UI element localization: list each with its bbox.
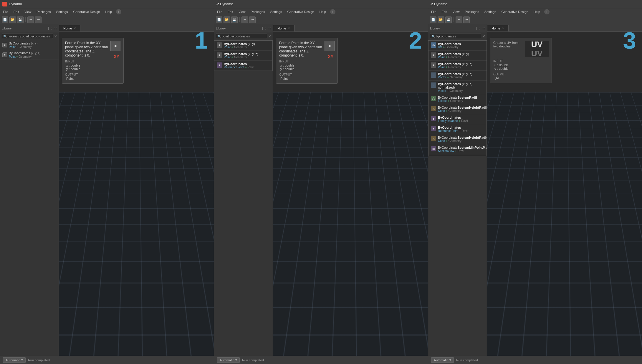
result-name-3-7: ByCoordinates — [438, 116, 484, 119]
result-item-2-0[interactable]: ■ ByCoordinates (x, y) Point + Geometry — [214, 41, 272, 51]
tb-save-3[interactable]: 💾 — [445, 16, 452, 23]
tb-open-2[interactable]: 📂 — [224, 16, 230, 23]
result-item-3-2[interactable]: ■ ByCoordinates (x, y, z) Point + Geomet… — [428, 61, 487, 71]
rm-revit-3-7: Revit — [461, 119, 468, 123]
menu-packages-3[interactable]: Packages — [464, 9, 480, 14]
info-card-1: ■ Form a Point in the XY plane given two… — [62, 38, 124, 84]
lib-view-icon-3[interactable]: ☷ — [482, 27, 485, 30]
search-input-2[interactable] — [222, 34, 266, 38]
ws-tab-home-2[interactable]: Home ✕ — [273, 25, 294, 32]
tb-new-3[interactable]: 📄 — [430, 16, 436, 23]
search-input-3[interactable] — [436, 34, 480, 38]
title-text-2: Dynamo — [220, 2, 233, 6]
ws-tab-home-1[interactable]: Home ✕ — [59, 25, 80, 32]
workspace-content-1: 1 ■ Form a Point in the XY plane given t… — [59, 32, 214, 356]
result-item-2-2[interactable]: ■ ByCoordinates ReferencePoint + Revit — [214, 61, 272, 71]
result-item-3-1[interactable]: ■ ByCoordinates (x, y) Point + Geometry — [428, 51, 487, 61]
search-clear-3[interactable]: ✕ — [482, 34, 485, 38]
ws-tab-close-2[interactable]: ✕ — [288, 27, 290, 30]
result-item-2-1[interactable]: ■ ByCoordinates (x, y, z) Point + Geomet… — [214, 51, 272, 61]
menu-edit-1[interactable]: Edit — [12, 9, 20, 14]
xy-label-2: XY — [328, 54, 333, 59]
search-clear-1[interactable]: ✕ — [54, 34, 57, 38]
status-auto-2[interactable]: Automatic ▾ — [217, 357, 240, 363]
menu-gd-3[interactable]: Generative Design — [500, 9, 529, 14]
menu-view-2[interactable]: View — [237, 9, 247, 14]
menu-help-1[interactable]: Help — [104, 9, 113, 14]
status-auto-3[interactable]: Automatic ▾ — [431, 357, 454, 363]
ws-tab-close-3[interactable]: ✕ — [502, 27, 504, 30]
menu-file-2[interactable]: File — [216, 9, 224, 14]
menu-help-3[interactable]: Help — [532, 9, 542, 14]
menu-info-1[interactable]: i — [116, 9, 121, 14]
lib-item-0-0[interactable]: ■ ByCoordinates (x, y) Point + Geometry — [0, 40, 59, 50]
result-meta-3-0: UV + Geometry — [438, 46, 484, 49]
menu-settings-2[interactable]: Settings — [269, 9, 283, 14]
xy-label-1: XY — [114, 54, 119, 59]
tb-undo-2[interactable]: ↩ — [241, 16, 248, 23]
search-clear-2[interactable]: ✕ — [268, 34, 271, 38]
result-item-3-8[interactable]: ■ ByCoordinates ReferencePoint + Revit — [428, 124, 487, 134]
tb-redo-1[interactable]: ↪ — [35, 16, 42, 23]
search-wrap-2: 🔍 — [216, 34, 267, 39]
menu-packages-2[interactable]: Packages — [249, 9, 266, 14]
tb-new-2[interactable]: 📄 — [216, 16, 222, 23]
uv-card-top-3: Create a UV from two doubles. UVUV — [493, 41, 549, 57]
menu-info-2[interactable]: i — [330, 9, 335, 14]
uv-input-u-3: u : double — [494, 63, 549, 67]
tb-undo-3[interactable]: ↩ — [456, 16, 462, 23]
ws-tab-close-1[interactable]: ✕ — [74, 27, 76, 30]
result-item-3-9[interactable]: △ ByCoordinateSystemHeightRadius Cone + … — [428, 134, 487, 144]
status-auto-1[interactable]: Automatic ▾ — [3, 357, 26, 363]
menu-edit-3[interactable]: Edit — [441, 9, 449, 14]
tb-redo-2[interactable]: ↪ — [249, 16, 256, 23]
tb-undo-1[interactable]: ↩ — [27, 16, 34, 23]
workspace-content-2: 2 ■ Form a Point in the XY plane given t… — [273, 32, 428, 356]
tb-open-3[interactable]: 📂 — [438, 16, 444, 23]
tb-new-1[interactable]: 📄 — [2, 16, 8, 23]
result-item-3-7[interactable]: ◆ ByCoordinates FamilyInstance + Revit — [428, 114, 487, 124]
menu-help-2[interactable]: Help — [318, 9, 327, 14]
lib-grid-icon-2[interactable]: ⋮ — [264, 27, 267, 30]
menu-file-1[interactable]: File — [2, 9, 9, 14]
lib-filter-icon-3[interactable]: | — [476, 27, 477, 30]
menu-view-3[interactable]: View — [451, 9, 461, 14]
menu-gd-1[interactable]: Generative Design — [72, 9, 101, 14]
result-info-3-10: ByCoordinateSystemMinPointMaxPoi... Sect… — [438, 146, 487, 153]
tb-save-2[interactable]: 💾 — [231, 16, 238, 23]
menu-view-1[interactable]: View — [23, 9, 33, 14]
search-input-1[interactable] — [8, 34, 52, 38]
lib-grid-icon-3[interactable]: ⋮ — [478, 27, 481, 30]
library-panel-1: Library | ⋮ ☷ 🔍 ✕ ■ — [0, 24, 59, 356]
result-item-3-6[interactable]: △ ByCoordinateSystemHeightRadii Cone + G… — [428, 104, 487, 114]
lib-grid-icon-1[interactable]: ⋮ — [50, 27, 53, 30]
lib-item-0-1[interactable]: ■ ByCoordinates (x, y, z) Point + Geomet… — [0, 50, 59, 60]
menu-settings-3[interactable]: Settings — [483, 9, 497, 14]
lib-item-sub-0-0: Point + Geometry — [9, 45, 37, 49]
lib-item-name-0-1: ByCoordinates (x, y, z) — [9, 51, 40, 55]
tb-redo-3[interactable]: ↪ — [463, 16, 470, 23]
result-item-3-4[interactable]: → ByCoordinates (x, y, z, normalized) Ve… — [428, 81, 487, 94]
result-item-3-3[interactable]: → ByCoordinates (x, y, z) Vector + Geome… — [428, 71, 487, 81]
menu-info-3[interactable]: i — [544, 9, 550, 14]
lib-view-icon-2[interactable]: ☷ — [268, 27, 271, 30]
result-icon-2-1: ■ — [217, 52, 222, 58]
menu-file-3[interactable]: File — [430, 9, 438, 14]
lib-item-name-0-0: ByCoordinates (x, y) — [9, 42, 37, 45]
tb-save-1[interactable]: 💾 — [17, 16, 24, 23]
ws-tab-home-3[interactable]: Home ✕ — [487, 25, 509, 32]
tb-open-1[interactable]: 📂 — [9, 16, 16, 23]
input-section-2: INPUT — [279, 60, 335, 63]
lib-filter-icon-1[interactable]: | — [48, 27, 49, 30]
lib-filter-icon-2[interactable]: | — [262, 27, 263, 30]
menu-settings-1[interactable]: Settings — [55, 9, 69, 14]
menu-edit-2[interactable]: Edit — [226, 9, 234, 14]
result-icon-3-2: ■ — [431, 62, 436, 68]
result-item-3-5[interactable]: ◯ ByCoordinateSystemRadii Ellipse + Geom… — [428, 94, 487, 104]
status-auto-arrow-2: ▾ — [235, 358, 237, 362]
lib-view-icon-1[interactable]: ☷ — [54, 27, 57, 30]
menu-packages-1[interactable]: Packages — [35, 9, 52, 14]
result-item-3-10[interactable]: ▩ ByCoordinateSystemMinPointMaxPoi... Se… — [428, 144, 487, 154]
result-item-3-0[interactable]: UV ByCoordinates UV + Geometry — [428, 41, 487, 51]
menu-gd-2[interactable]: Generative Design — [286, 9, 315, 14]
